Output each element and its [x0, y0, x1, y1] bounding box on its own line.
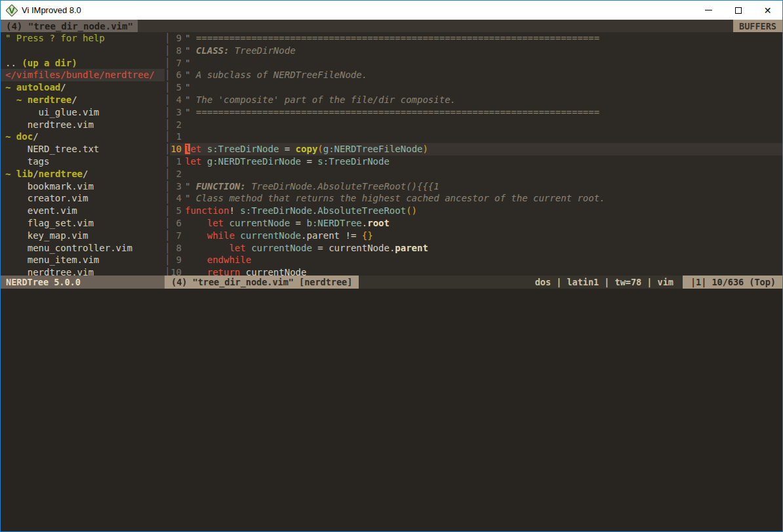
tree-item[interactable]: menu_item.vim — [1, 254, 165, 266]
code-line[interactable]: 7" — [170, 57, 782, 70]
close-icon: ✕ — [764, 6, 772, 15]
separator-glyph: │ — [165, 168, 170, 180]
tree-item[interactable]: ~ doc/ — [1, 131, 165, 143]
tree-text: ~ autoload/ — [5, 81, 66, 94]
separator-glyph: │ — [165, 94, 170, 106]
line-number: 4 — [170, 192, 182, 205]
separator-glyph: │ — [165, 205, 170, 217]
code-line[interactable]: 6" A subclass of NERDTreeFileNode. — [170, 69, 782, 81]
code-text: " ======================================… — [185, 106, 599, 119]
tree-text: tags — [5, 155, 49, 168]
code-line[interactable]: 8" CLASS: TreeDirNode — [170, 45, 782, 57]
tree-text: " Press ? for help — [5, 32, 105, 45]
status-line: NERDTree 5.0.0 (4) "tree_dir_node.vim" [… — [1, 276, 782, 289]
line-number: 7 — [170, 57, 182, 70]
code-text: let s:TreeDirNode = copy(g:NERDTreeFileN… — [185, 143, 428, 155]
line-number: 3 — [170, 106, 182, 119]
tree-item[interactable]: nerdtree.vim — [1, 119, 165, 131]
minimize-button[interactable] — [694, 1, 723, 20]
code-line[interactable]: 2 — [170, 168, 782, 180]
tree-text: menu_item.vim — [5, 254, 99, 266]
code-line[interactable]: 4" Class method that returns the highest… — [170, 192, 782, 205]
code-line[interactable]: 3" =====================================… — [170, 106, 782, 119]
code-line[interactable]: 3" FUNCTION: TreeDirNode.AbsoluteTreeRoo… — [170, 180, 782, 193]
tree-text: .. (up a dir) — [5, 57, 77, 70]
tree-item[interactable]: nerdtree.vim — [1, 266, 165, 275]
tree-item[interactable]: creator.vim — [1, 192, 165, 205]
tree-text: bookmark.vim — [5, 180, 94, 193]
tree-text: menu_controller.vim — [5, 242, 132, 255]
code-text: endwhile — [185, 254, 251, 266]
line-number: 7 — [170, 230, 182, 242]
line-number: 3 — [170, 180, 182, 193]
line-number: 8 — [170, 242, 182, 255]
tree-item[interactable]: flag_set.vim — [1, 217, 165, 230]
line-number: 2 — [170, 168, 182, 180]
line-number: 1 — [170, 131, 182, 143]
code-text: let currentNode = b:NERDTree.root — [185, 217, 390, 230]
separator-glyph: │ — [165, 266, 170, 275]
separator-glyph: │ — [165, 217, 170, 230]
tree-item[interactable]: bookmark.vim — [1, 180, 165, 193]
tree-item[interactable]: ~ autoload/ — [1, 81, 165, 94]
nerdtree-panel: " Press ? for help.. (up a dir)</vimfile… — [1, 32, 165, 276]
line-number: 1 — [170, 155, 182, 168]
tree-text: ui_glue.vim — [5, 106, 99, 119]
code-line[interactable]: 9" =====================================… — [170, 32, 782, 45]
editor-panel: 9" =====================================… — [170, 32, 782, 276]
tree-item[interactable]: ~ nerdtree/ — [1, 94, 165, 106]
code-line[interactable]: 6 let currentNode = b:NERDTree.root — [170, 217, 782, 230]
tree-item[interactable]: " Press ? for help — [1, 32, 165, 45]
file-flags: dos | latin1 | tw=78 | vim — [535, 277, 683, 287]
tree-item[interactable]: ui_glue.vim — [1, 106, 165, 119]
line-number: 10 — [170, 143, 182, 155]
tree-item[interactable]: </vimfiles/bundle/nerdtree/ — [1, 69, 165, 81]
tree-item[interactable]: NERD_tree.txt — [1, 143, 165, 155]
separator-glyph: │ — [165, 32, 170, 45]
tab-buffers[interactable]: BUFFERS — [733, 20, 782, 32]
tree-text: nerdtree.vim — [5, 266, 94, 275]
tree-item[interactable]: ~ lib/nerdtree/ — [1, 168, 165, 180]
separator-glyph: │ — [165, 45, 170, 57]
code-text: let g:NERDTreeDirNode = s:TreeDirNode — [185, 155, 390, 168]
code-text: " A subclass of NERDTreeFileNode. — [185, 69, 367, 81]
tree-item[interactable]: .. (up a dir) — [1, 57, 165, 70]
vim-window: Vi IMproved 8.0 ✕ (4) "tree_dir_node.vim… — [0, 0, 783, 532]
separator-glyph: │ — [165, 131, 170, 143]
code-line[interactable]: 8 let currentNode = currentNode.parent — [170, 242, 782, 255]
code-line[interactable]: 10let s:TreeDirNode = copy(g:NERDTreeFil… — [170, 143, 782, 155]
code-text: " — [185, 81, 190, 94]
code-line[interactable]: 5function! s:TreeDirNode.AbsoluteTreeRoo… — [170, 205, 782, 217]
maximize-button[interactable] — [723, 1, 753, 20]
tree-item[interactable]: tags — [1, 155, 165, 168]
code-line[interactable]: 9 endwhile — [170, 254, 782, 266]
window-title: Vi IMproved 8.0 — [22, 5, 81, 15]
code-line[interactable]: 2 — [170, 119, 782, 131]
code-line[interactable]: 7 while currentNode.parent != {} — [170, 230, 782, 242]
tab-tree-dir-node[interactable]: (4) "tree_dir_node.vim" — [1, 20, 138, 32]
line-number: 5 — [170, 205, 182, 217]
close-button[interactable]: ✕ — [753, 1, 782, 20]
code-text: " Class method that returns the highest … — [185, 192, 605, 205]
editor-split: " Press ? for help.. (up a dir)</vimfile… — [1, 32, 782, 276]
code-text: function! s:TreeDirNode.AbsoluteTreeRoot… — [185, 205, 417, 217]
tabline-fill — [138, 20, 733, 32]
command-line[interactable] — [1, 289, 782, 532]
maximize-icon — [735, 7, 742, 14]
nerdtree-status: NERDTree 5.0.0 — [1, 276, 165, 289]
tree-item[interactable]: menu_controller.vim — [1, 242, 165, 255]
tree-item[interactable]: key_map.vim — [1, 230, 165, 242]
window-separator[interactable]: │││││││││││││││││││││││││││││││││││││ — [165, 32, 170, 276]
code-line[interactable]: 1 — [170, 131, 782, 143]
tree-item[interactable]: event.vim — [1, 205, 165, 217]
code-line[interactable]: 4" The 'composite' part of the file/dir … — [170, 94, 782, 106]
separator-glyph: │ — [165, 192, 170, 205]
minimize-icon — [705, 10, 712, 10]
tree-item[interactable] — [1, 45, 165, 57]
code-line[interactable]: 5" — [170, 81, 782, 94]
line-number: 9 — [170, 32, 182, 45]
tab-line: (4) "tree_dir_node.vim" BUFFERS — [1, 20, 782, 32]
code-line[interactable]: 10 return currentNode — [170, 266, 782, 275]
code-line[interactable]: 1let g:NERDTreeDirNode = s:TreeDirNode — [170, 155, 782, 168]
tree-text: NERD_tree.txt — [5, 143, 99, 155]
